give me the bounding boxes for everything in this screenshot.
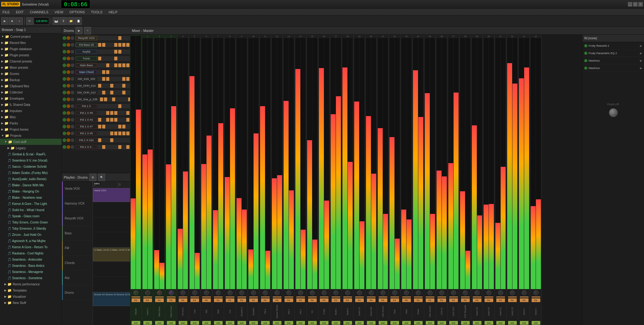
step-0-4[interactable] [114, 36, 118, 40]
ch-send-2[interactable]: FX [155, 298, 164, 302]
browser-item-4[interactable]: ▶📁Channel presets [0, 58, 62, 64]
step-6-5[interactable] [118, 77, 122, 81]
fx4-enable[interactable] [584, 67, 587, 70]
step-3-3[interactable] [110, 56, 114, 61]
step-13-4[interactable] [114, 124, 118, 129]
ch-knob-25[interactable] [428, 290, 433, 295]
step-7-6[interactable] [122, 84, 126, 88]
ch-send-33[interactable]: FX [520, 298, 529, 302]
pl-track-name-1[interactable]: Harmony VOX [62, 196, 93, 211]
step-1-4[interactable] [114, 43, 118, 47]
ch-send2-10[interactable]: snd [249, 321, 258, 325]
track-mute-16[interactable] [63, 145, 66, 149]
ch-send-15[interactable]: FX [308, 298, 317, 302]
ch-knob-7[interactable] [216, 290, 221, 295]
ch-fader-6[interactable] [202, 297, 211, 297]
ch-send2-8[interactable]: snd [226, 321, 234, 325]
ch-send-20[interactable]: FX [367, 298, 376, 302]
ch-fader-21[interactable] [379, 297, 387, 297]
ch-send2-18[interactable]: snd [343, 321, 352, 325]
step-9-6[interactable] [124, 97, 128, 102]
track-solo-7[interactable] [67, 84, 70, 88]
ch-send-14[interactable]: FX [296, 298, 305, 302]
track-solo-12[interactable] [67, 118, 70, 122]
step-9-1[interactable] [104, 97, 107, 102]
step-2-6[interactable] [122, 50, 126, 54]
step-8-1[interactable] [102, 90, 106, 95]
ch-knob-18[interactable] [345, 290, 350, 295]
step-8-7[interactable] [126, 90, 130, 95]
ch-send-27[interactable]: FX [449, 298, 458, 302]
ch-send2-17[interactable]: snd [332, 321, 340, 325]
track-rec-4[interactable] [71, 63, 74, 67]
ch-send-16[interactable]: FX [320, 298, 329, 302]
track-name-0[interactable]: Resynth VOX [76, 36, 97, 40]
ch-send-4[interactable]: FX [179, 298, 187, 302]
track-mute-3[interactable] [63, 57, 66, 60]
ch-knob-33[interactable] [522, 290, 527, 295]
ch-fader-26[interactable] [437, 297, 446, 297]
ch-knob-0[interactable] [133, 290, 138, 295]
ch-send2-16[interactable]: snd [320, 321, 329, 325]
step-0-2[interactable] [106, 36, 110, 40]
clip-fm-1[interactable]: U Main..rd #2 U Main..rd #2 U Main Chord… [93, 248, 130, 261]
browser-item-34[interactable]: 🎵Kieron A Gore - Return To [0, 244, 62, 250]
step-0-1[interactable] [102, 36, 106, 40]
seq-play-btn[interactable]: ▶ [76, 27, 82, 34]
ch-fader-1[interactable] [143, 297, 152, 297]
menu-edit[interactable]: EDIT [15, 10, 25, 15]
ch-knob-14[interactable] [298, 290, 303, 295]
browser-item-33[interactable]: 🎵Agnivesh ft..a Hai Mujhe [0, 238, 62, 244]
step-3-4[interactable] [114, 56, 118, 61]
ch-send2-11[interactable]: snd [261, 321, 270, 325]
step-1-5[interactable] [118, 43, 122, 47]
step-10-4[interactable] [114, 104, 118, 108]
ch-knob-30[interactable] [486, 290, 491, 295]
ch-knob-21[interactable] [381, 290, 385, 295]
step-8-4[interactable] [114, 90, 118, 95]
track-solo-2[interactable] [67, 50, 70, 54]
ch-send2-29[interactable]: snd [473, 321, 481, 325]
step-2-0[interactable] [98, 50, 102, 54]
ch-fader-11[interactable] [261, 297, 270, 297]
step-4-7[interactable] [126, 63, 130, 67]
step-2-5[interactable] [118, 50, 122, 54]
ch-send-30[interactable]: FX [485, 298, 493, 302]
browser-item-18[interactable]: ▶📁Legacy [0, 145, 62, 151]
ch-knob-34[interactable] [533, 290, 538, 295]
ch-send-8[interactable]: FX [226, 298, 234, 302]
step-9-0[interactable] [100, 97, 103, 102]
step-6-3[interactable] [110, 77, 114, 81]
ch-fader-10[interactable] [249, 297, 258, 297]
step-4-2[interactable] [106, 63, 110, 67]
ch-send-1[interactable]: FX [143, 298, 152, 302]
step-7-7[interactable] [126, 84, 130, 88]
step-14-5[interactable] [118, 131, 122, 136]
step-12-5[interactable] [118, 118, 122, 122]
track-solo-8[interactable] [67, 91, 70, 94]
playlist-btn[interactable]: 📋 [75, 17, 82, 25]
track-rec-0[interactable] [71, 36, 74, 40]
track-mute-4[interactable] [63, 63, 66, 67]
ch-send2-2[interactable]: snd [155, 321, 164, 325]
track-name-12[interactable]: FM 1 X #4 [76, 118, 97, 122]
track-mute-10[interactable] [63, 104, 66, 108]
step-5-4[interactable] [114, 70, 118, 74]
track-name-15[interactable]: FM 1 X #10 [76, 138, 97, 142]
ch-send2-21[interactable]: snd [379, 321, 387, 325]
ch-fader-16[interactable] [320, 297, 329, 297]
browser-item-36[interactable]: 🎵Seamless - Antecoder [0, 256, 62, 262]
browser-item-11[interactable]: ▶📁IL Shared Data [0, 102, 62, 108]
ch-knob-1[interactable] [145, 290, 150, 295]
ch-send2-19[interactable]: snd [355, 321, 364, 325]
step-15-3[interactable] [110, 138, 114, 142]
ch-send2-0[interactable]: snd [132, 321, 140, 325]
track-rec-14[interactable] [71, 132, 74, 135]
step-2-7[interactable] [126, 50, 130, 54]
track-solo-13[interactable] [67, 125, 70, 128]
browser-item-8[interactable]: ▶📁Clipboard files [0, 83, 62, 89]
step-10-0[interactable] [98, 104, 102, 108]
ch-send2-9[interactable]: snd [237, 321, 246, 325]
ch-send-23[interactable]: FX [402, 298, 411, 302]
track-name-5[interactable]: Main Chord [76, 70, 97, 74]
